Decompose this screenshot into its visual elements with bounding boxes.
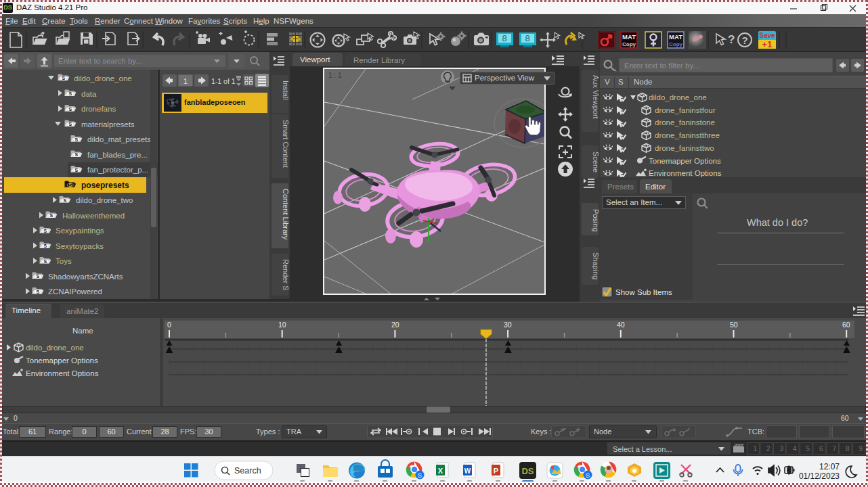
svg-text:DS: DS — [521, 466, 534, 476]
svg-text:12:07: 12:07 — [819, 462, 840, 471]
svg-text:?: ? — [728, 33, 735, 46]
svg-text:dildo_drone_one: dildo_drone_one — [649, 93, 707, 101]
svg-text:8: 8 — [846, 445, 850, 453]
svg-text:posepresets: posepresets — [81, 181, 129, 190]
svg-text:S: S — [418, 472, 422, 479]
svg-text:Aux Viewport: Aux Viewport — [592, 75, 600, 119]
svg-text:+1: +1 — [762, 39, 773, 49]
svg-text:Shaping: Shaping — [592, 252, 600, 279]
svg-text:40: 40 — [617, 321, 625, 329]
svg-text:ZCNAIPowered: ZCNAIPowered — [48, 287, 102, 296]
svg-text:Render S: Render S — [282, 259, 290, 290]
svg-text:60: 60 — [842, 321, 850, 329]
svg-text:Smart Content: Smart Content — [282, 120, 290, 168]
svg-text:dildo_mat_presets: dildo_mat_presets — [87, 135, 151, 143]
svg-text:Tonemapper Options: Tonemapper Options — [26, 356, 98, 365]
svg-text:Scene: Scene — [592, 152, 600, 172]
svg-text:Environment Options: Environment Options — [649, 169, 722, 177]
svg-text:drone_faninstthree: drone_faninstthree — [655, 131, 720, 139]
svg-text:01/12/2023: 01/12/2023 — [799, 471, 840, 481]
svg-text:Copy: Copy — [669, 41, 683, 47]
svg-text:fan_protector_p...: fan_protector_p... — [87, 166, 148, 174]
svg-text:Install: Install — [282, 80, 290, 100]
svg-text:20: 20 — [391, 321, 399, 329]
svg-text:1: 1 — [183, 77, 188, 85]
svg-text:Posing: Posing — [592, 209, 600, 232]
svg-text:Environment Options: Environment Options — [26, 369, 99, 377]
svg-text:1 : 1: 1 : 1 — [328, 72, 342, 79]
svg-text:Enter text to search by...: Enter text to search by... — [58, 57, 142, 65]
svg-text:Save: Save — [759, 32, 775, 39]
svg-text:dronefans: dronefans — [81, 105, 116, 113]
svg-text:Tonemapper Options: Tonemapper Options — [649, 157, 721, 165]
svg-text:30: 30 — [504, 321, 512, 329]
svg-text:P: P — [494, 467, 498, 475]
svg-text:drone_faninsttwo: drone_faninsttwo — [655, 144, 714, 152]
svg-text:Sexytoypacks: Sexytoypacks — [56, 242, 104, 250]
svg-text:?: ? — [741, 34, 747, 46]
svg-text:Sexypaintings: Sexypaintings — [56, 227, 104, 235]
svg-text:Toys: Toys — [56, 257, 72, 265]
svg-text:6: 6 — [819, 445, 823, 453]
svg-text:dildo_drone_one: dildo_drone_one — [26, 344, 84, 352]
svg-text:7: 7 — [832, 445, 836, 453]
svg-text:MAT: MAT — [669, 33, 682, 41]
svg-text:9: 9 — [859, 445, 863, 453]
svg-text:8: 8 — [502, 33, 506, 43]
svg-text:1-1 of 1: 1-1 of 1 — [211, 77, 236, 85]
svg-text:drone_faninstfour: drone_faninstfour — [655, 106, 716, 114]
svg-text:dildo_drone_one: dildo_drone_one — [74, 74, 132, 83]
svg-text:ShadowyartsZCNArts: ShadowyartsZCNArts — [48, 273, 123, 281]
svg-text:Enter text to filter by...: Enter text to filter by... — [624, 62, 699, 70]
svg-text:drone_faninstone: drone_faninstone — [655, 118, 715, 126]
svg-text:10: 10 — [278, 321, 286, 329]
svg-text:0: 0 — [167, 321, 171, 329]
svg-text:MAT: MAT — [622, 33, 636, 41]
svg-text:4: 4 — [793, 445, 797, 453]
svg-text:Search: Search — [234, 466, 261, 476]
svg-text:fan_blades_pre...: fan_blades_pre... — [87, 151, 148, 159]
svg-text:8: 8 — [525, 33, 529, 43]
svg-text:1: 1 — [753, 445, 757, 453]
svg-text:5: 5 — [806, 445, 810, 453]
svg-text:materialpresets: materialpresets — [81, 120, 135, 129]
svg-text:2: 2 — [766, 445, 771, 453]
svg-text:Copy: Copy — [622, 41, 636, 47]
svg-text:dildo_drone_two: dildo_drone_two — [76, 196, 133, 204]
svg-text:data: data — [81, 90, 97, 98]
svg-text:S: S — [586, 472, 590, 479]
svg-text:W: W — [464, 467, 471, 475]
svg-text:Halloweenthemed: Halloweenthemed — [62, 212, 125, 220]
svg-text:X: X — [438, 467, 443, 475]
svg-text:Content Library: Content Library — [282, 189, 290, 240]
svg-text:50: 50 — [730, 321, 738, 329]
svg-text:3: 3 — [779, 445, 783, 453]
